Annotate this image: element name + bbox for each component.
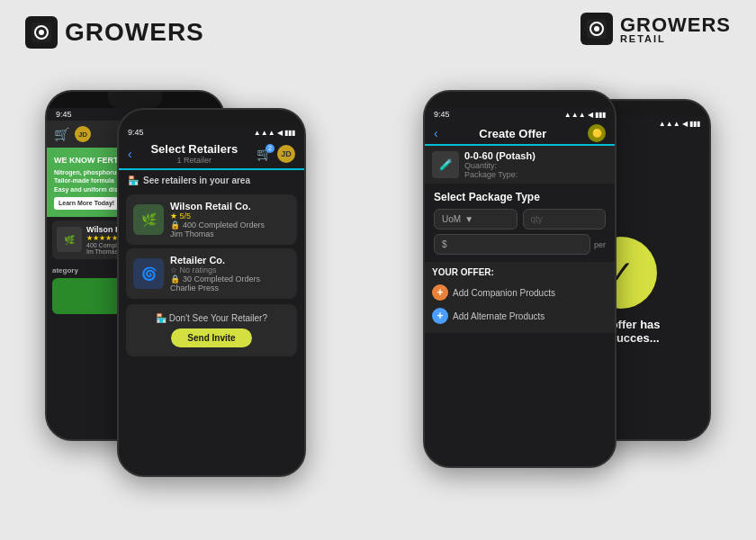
svg-point-5 (594, 26, 599, 32)
screen-left-front: 9:45 ▲▲▲ ◀ ▮▮▮ ‹ Select Retailers 1 Reta… (119, 126, 304, 475)
per-label: per (594, 240, 606, 249)
send-invite-button[interactable]: Send Invite (171, 328, 251, 347)
orders-text-2: 30 Completed Orders (183, 274, 260, 284)
pkg-row-1: UoM ▼ qty (434, 209, 606, 230)
left-phones-group: 9:45 ▲▲▲ ◀ ▮▮ 🛒 JD WE KNOW FERT. Nitroge… (45, 72, 351, 504)
retailer-count: 1 Retailer (132, 156, 256, 165)
time-rf: 9:45 (434, 110, 450, 119)
right-phones-group: 9:45 ▲▲▲ ◀ ▮▮▮ ✓ Your offer has sent suc… (405, 72, 711, 504)
status-bar-rf: 9:45 ▲▲▲ ◀ ▮▮▮ (425, 108, 615, 121)
retailer-stars-2: ☆ No ratings (170, 266, 290, 274)
cart-with-badge[interactable]: 🛒 2 (256, 147, 272, 161)
retailer-name-2: Retailer Co. (170, 255, 290, 266)
lock-icon-1: 🔒 (170, 220, 180, 230)
lock-icon-2: 🔒 (170, 274, 180, 284)
see-retailers-label: See retailers in your area (143, 176, 250, 185)
store-icon: 🏪 (128, 176, 139, 185)
qty-input[interactable]: qty (523, 209, 607, 230)
dropdown-arrow: ▼ (464, 214, 473, 224)
retailer-logo-sm: 🌿 (57, 227, 82, 252)
user-avatar-rf: 🟡 (588, 124, 606, 142)
select-package-section: Select Package Type UoM ▼ qty $ (425, 184, 615, 258)
orders-text-1: 400 Completed Orders (183, 220, 265, 230)
qty-placeholder: qty (531, 214, 543, 224)
add-companion-icon: + (432, 284, 448, 301)
time-lf: 9:45 (128, 128, 144, 137)
add-alternate-label: Add Alternate Products (453, 311, 544, 321)
see-retailers-header: 🏪 See retailers in your area (119, 170, 304, 191)
retailer-person-2: Charlie Press (170, 284, 290, 292)
retailer-card-2[interactable]: 🌀 Retailer Co. ☆ No ratings 🔒 30 Complet… (126, 248, 297, 299)
time-lb: 9:45 (56, 110, 72, 119)
notch-left-front (184, 110, 238, 126)
create-offer-header: ‹ Create Offer 🟡 (425, 121, 615, 144)
store-icon-2: 🏪 (156, 313, 166, 323)
retailer-orders-1: 🔒 400 Completed Orders (170, 220, 290, 230)
product-package-label: Package Type: (464, 170, 536, 179)
cart-icon-lb: 🛒 (54, 127, 69, 141)
logo-right-icon (580, 13, 613, 45)
retailer-logo-1: 🌿 (133, 204, 164, 235)
product-quantity-label: Quantity: (464, 161, 536, 170)
retailer-logo-2: 🌀 (133, 258, 164, 289)
logo-left-icon (25, 16, 58, 49)
header-icons-lf: 🛒 2 JD (256, 145, 295, 163)
dont-see-text-label: Don't See Your Retailer? (169, 313, 267, 323)
price-row: $ per (434, 234, 606, 255)
add-alternate-icon: + (432, 308, 448, 324)
price-input[interactable]: $ (434, 234, 590, 255)
select-retailers-title: Select Retailers (132, 142, 256, 156)
retailer-info-1: Wilson Retail Co. ★ 5/5 🔒 400 Completed … (170, 201, 290, 238)
product-name: 0-0-60 (Potash) (464, 150, 536, 161)
user-circle-lb: JD (75, 126, 91, 142)
retailer-stars-1: ★ 5/5 (170, 212, 290, 220)
retailer-name-1: Wilson Retail Co. (170, 201, 290, 212)
screen-right-front: 9:45 ▲▲▲ ◀ ▮▮▮ ‹ Create Offer 🟡 🧪 0-0-60… (425, 108, 615, 466)
signals-rb: ▲▲▲ ◀ ▮▮▮ (659, 120, 700, 128)
logo-right-sub: RETAIL (620, 33, 731, 44)
logo-left: GROWERS (25, 16, 204, 49)
add-companion-label: Add Companion Products (453, 288, 555, 298)
product-row: 🧪 0-0-60 (Potash) Quantity: Package Type… (425, 146, 615, 184)
front-phone-header: ‹ Select Retailers 1 Retailer 🛒 2 JD (119, 139, 304, 168)
select-pkg-title: Select Package Type (434, 191, 606, 203)
notch-left-back (108, 92, 162, 108)
uom-dropdown[interactable]: UoM ▼ (434, 209, 518, 230)
retailer-orders-2: 🔒 30 Completed Orders (170, 274, 290, 284)
dont-see-label: 🏪 Don't See Your Retailer? (135, 313, 288, 323)
product-details: 0-0-60 (Potash) Quantity: Package Type: (464, 150, 536, 179)
signals-lf: ▲▲▲ ◀ ▮▮▮ (254, 129, 295, 137)
retailer-card-1[interactable]: 🌿 Wilson Retail Co. ★ 5/5 🔒 400 Complete… (126, 194, 297, 245)
notch-right-front (493, 92, 547, 108)
phone-right-front: 9:45 ▲▲▲ ◀ ▮▮▮ ‹ Create Offer 🟡 🧪 0-0-60… (423, 90, 616, 468)
svg-point-2 (39, 30, 44, 35)
create-offer-title: Create Offer (438, 127, 588, 140)
signals-rf: ▲▲▲ ◀ ▮▮▮ (564, 111, 606, 119)
product-icon: 🧪 (432, 151, 459, 178)
your-offer-section: YOUR OFFER: + Add Companion Products + A… (425, 262, 615, 333)
phone-left-front: 9:45 ▲▲▲ ◀ ▮▮▮ ‹ Select Retailers 1 Reta… (117, 108, 306, 477)
status-bar-lf: 9:45 ▲▲▲ ◀ ▮▮▮ (119, 126, 304, 139)
your-offer-title: YOUR OFFER: (432, 267, 608, 277)
ad-button[interactable]: Learn More Today! (54, 197, 119, 210)
retailer-info-2: Retailer Co. ☆ No ratings 🔒 30 Completed… (170, 255, 290, 292)
retailer-person-1: Jim Thomas (170, 230, 290, 238)
dollar-symbol: $ (442, 239, 447, 249)
add-companion-row[interactable]: + Add Companion Products (432, 281, 608, 304)
uom-label: UoM (442, 214, 461, 224)
logo-right: GROWERS RETAIL (580, 13, 731, 45)
logo-left-text: GROWERS (65, 18, 204, 47)
add-alternate-row[interactable]: + Add Alternate Products (432, 304, 608, 328)
dont-see-box: 🏪 Don't See Your Retailer? Send Invite (126, 304, 297, 356)
cart-count: 2 (266, 144, 274, 153)
user-avatar-lf: JD (277, 145, 295, 163)
logo-right-text-block: GROWERS RETAIL (620, 14, 731, 44)
header-center-lf: Select Retailers 1 Retailer (132, 142, 256, 165)
phones-section: 9:45 ▲▲▲ ◀ ▮▮ 🛒 JD WE KNOW FERT. Nitroge… (0, 72, 756, 540)
